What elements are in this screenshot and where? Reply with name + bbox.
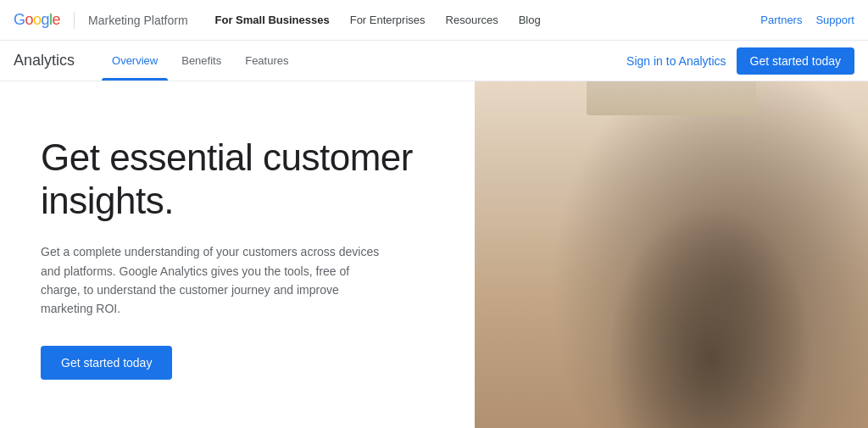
logo-divider <box>74 12 75 29</box>
google-letter-g: G <box>14 11 25 29</box>
nav-link-enterprises[interactable]: For Enterprises <box>350 14 426 26</box>
sub-nav-links: Overview Benefits Features <box>102 41 298 81</box>
hero-image <box>475 81 868 428</box>
top-nav-right: Partners Support <box>760 14 854 26</box>
hero-title: Get essential customer insights. <box>41 136 434 222</box>
google-letter-o1: o <box>25 11 34 29</box>
sign-in-link[interactable]: Sign in to Analytics <box>626 54 726 68</box>
support-link[interactable]: Support <box>815 14 854 26</box>
hero-image-top-strip <box>587 81 756 115</box>
top-navigation: Google Marketing Platform For Small Busi… <box>0 0 868 41</box>
top-nav-links: For Small Businesses For Enterprises Res… <box>215 14 541 26</box>
platform-name: Marketing Platform <box>88 14 187 27</box>
sub-navigation: Analytics Overview Benefits Features Sig… <box>0 41 868 81</box>
hero-section: Get essential customer insights. Get a c… <box>0 81 868 428</box>
get-started-button-hero[interactable]: Get started today <box>41 346 172 380</box>
logo-area: Google Marketing Platform <box>14 11 188 29</box>
partners-link[interactable]: Partners <box>760 14 802 26</box>
google-letter-e: e <box>53 11 61 29</box>
nav-link-blog[interactable]: Blog <box>519 14 541 26</box>
tab-features[interactable]: Features <box>235 41 298 81</box>
google-logo[interactable]: Google <box>14 11 60 29</box>
get-started-button-nav[interactable]: Get started today <box>737 47 854 75</box>
tab-overview[interactable]: Overview <box>102 41 168 81</box>
sub-nav-right: Sign in to Analytics Get started today <box>626 47 854 75</box>
analytics-product-label: Analytics <box>14 52 75 69</box>
tab-benefits[interactable]: Benefits <box>171 41 231 81</box>
hero-description: Get a complete understanding of your cus… <box>41 242 380 319</box>
google-letter-g2: g <box>42 11 50 29</box>
nav-link-small-businesses[interactable]: For Small Businesses <box>215 14 330 26</box>
hero-image-person <box>475 81 868 428</box>
nav-link-resources[interactable]: Resources <box>446 14 498 26</box>
google-letter-o2: o <box>33 11 42 29</box>
hero-content: Get essential customer insights. Get a c… <box>0 81 475 428</box>
